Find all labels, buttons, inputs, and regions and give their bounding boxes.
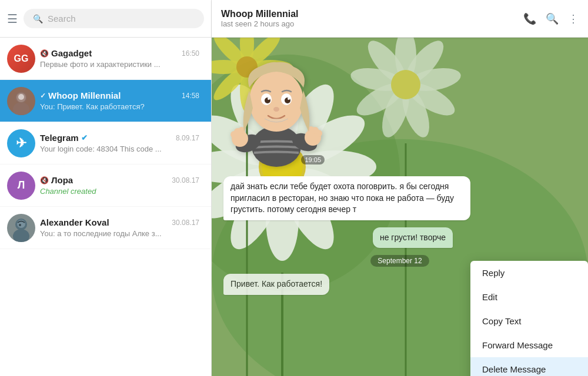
chat-time-gagadget: 16:50 [182, 49, 199, 58]
svg-point-67 [273, 107, 279, 112]
chat-name-whoop: ✓ Whoop Millennial [40, 90, 121, 100]
svg-point-5 [13, 229, 29, 242]
chat-item-gagadget[interactable]: GG 🔇 Gagadget 16:50 Первые фото и характ… [0, 38, 211, 80]
bubble-outgoing: не грусти! творче [373, 227, 453, 249]
chat-info-whoop: ✓ Whoop Millennial 14:58 You: Привет. Ка… [35, 90, 204, 111]
avatar-lora: Л [7, 172, 35, 200]
search-input[interactable] [48, 14, 195, 24]
chat-name-telegram: Telegram ✔ [40, 133, 88, 143]
chat-name-alexander: Alexander Koval [40, 217, 109, 227]
chat-preview-gagadget: Первые фото и характеристики ... [40, 60, 199, 69]
muted-icon-gagadget: 🔇 [40, 49, 49, 58]
chat-name-gagadget: 🔇 Gagadget [40, 48, 92, 58]
bubble-incoming-2: Привет. Как работается! [223, 274, 329, 295]
context-menu-copy[interactable]: Copy Text [470, 309, 588, 333]
bubble-incoming: дай знать если тебе будет охота поговрит… [223, 176, 470, 220]
menu-icon[interactable]: ☰ [7, 12, 18, 26]
svg-point-65 [268, 98, 270, 100]
chat-item-lora[interactable]: Л 🔇 Лора 30.08.17 Channel created [0, 164, 211, 207]
svg-point-3 [18, 94, 24, 100]
sidebar-header: ☰ 🔍 [0, 0, 211, 38]
svg-point-7 [19, 224, 21, 226]
chat-time-whoop: 14:58 [182, 92, 199, 100]
chat-info-alexander: Alexander Koval 30.08.17 You: а то после… [35, 217, 204, 238]
search-icon: 🔍 [33, 14, 43, 24]
chat-preview-alexander: You: а то последние годы Алке з... [40, 229, 199, 238]
muted-icon-lora: 🔇 [40, 176, 49, 184]
chat-time-alexander: 30.08.17 [172, 219, 199, 227]
avatar-alexander [7, 214, 35, 242]
chat-time-telegram: 8.09.17 [176, 134, 199, 142]
chat-header: Whoop Millennial last seen 2 hours ago 📞… [212, 0, 588, 38]
chat-info-gagadget: 🔇 Gagadget 16:50 Первые фото и характери… [35, 48, 204, 69]
search-bar[interactable]: 🔍 [24, 9, 204, 28]
chat-list: GG 🔇 Gagadget 16:50 Первые фото и характ… [0, 38, 211, 376]
header-actions: 📞 🔍 ⋮ [523, 12, 579, 25]
chat-preview-lora: Channel created [40, 187, 199, 196]
context-menu-delete[interactable]: Delete Message [470, 357, 588, 376]
avatar-whoop [7, 87, 35, 115]
search-chat-icon[interactable]: 🔍 [546, 12, 559, 25]
context-menu-edit[interactable]: Edit [470, 285, 588, 309]
chat-header-name: Whoop Millennial [221, 9, 516, 19]
more-options-icon[interactable]: ⋮ [568, 12, 579, 25]
chat-name-lora: 🔇 Лора [40, 175, 73, 185]
chat-info-lora: 🔇 Лора 30.08.17 Channel created [35, 175, 204, 196]
chat-item-alexander[interactable]: Alexander Koval 30.08.17 You: а то после… [0, 207, 211, 249]
chat-preview-telegram: Your login code: 48304 This code ... [40, 145, 199, 153]
sidebar: ☰ 🔍 GG 🔇 Gagadget 16:50 Первые фото и ха… [0, 0, 212, 376]
date-label: September 12 [370, 255, 429, 267]
avatar-telegram: ✈ [7, 129, 35, 157]
chat-time-lora: 30.08.17 [172, 176, 199, 184]
chat-preview-whoop: You: Привет. Как работается? [40, 102, 199, 111]
message-outgoing: не грусти! творче [223, 227, 453, 249]
context-menu-reply[interactable]: Reply [470, 261, 588, 285]
chat-header-status: last seen 2 hours ago [221, 19, 516, 28]
verified-icon-telegram: ✔ [81, 133, 88, 142]
sticker-container: 19:05 [223, 55, 576, 169]
sticker: 19:05 [223, 55, 329, 169]
context-menu-forward[interactable]: Forward Message [470, 333, 588, 357]
chat-area: Whoop Millennial last seen 2 hours ago 📞… [212, 0, 588, 376]
message-incoming: дай знать если тебе будет охота поговрит… [223, 176, 576, 220]
avatar-gagadget: GG [7, 45, 35, 73]
svg-point-1 [13, 102, 29, 115]
chat-info-telegram: Telegram ✔ 8.09.17 Your login code: 4830… [35, 133, 204, 153]
chat-item-whoop[interactable]: ✓ Whoop Millennial 14:58 You: Привет. Ка… [0, 80, 211, 122]
sticker-time: 19:05 [301, 155, 325, 164]
phone-icon[interactable]: 📞 [523, 12, 536, 25]
chat-header-info: Whoop Millennial last seen 2 hours ago [221, 9, 516, 28]
context-menu: Reply Edit Copy Text Forward Message Del… [470, 261, 588, 376]
svg-point-66 [288, 98, 290, 100]
partial-text: Привет. Как работается! [230, 279, 322, 288]
chat-item-telegram[interactable]: ✈ Telegram ✔ 8.09.17 Your login code: 48… [0, 122, 211, 164]
